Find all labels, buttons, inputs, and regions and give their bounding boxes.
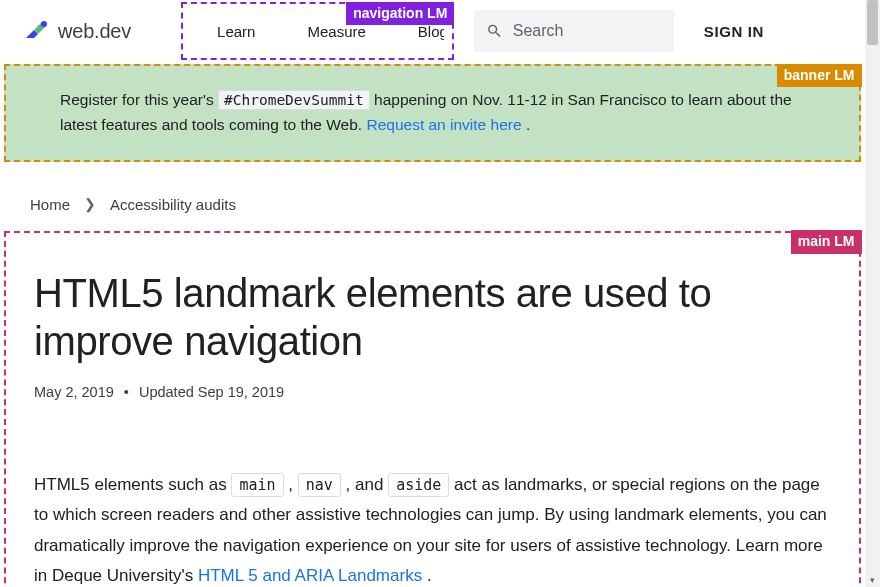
scrollbar-thumb[interactable]: [867, 0, 878, 45]
announcement-banner: banner LM Register for this year's #Chro…: [4, 64, 861, 162]
svg-point-0: [41, 21, 47, 27]
search-icon: [486, 21, 503, 41]
main-content: main LM HTML5 landmark elements are used…: [4, 231, 861, 587]
signin-button[interactable]: SIGN IN: [704, 23, 764, 40]
landmark-label-navigation: navigation LM: [346, 2, 454, 26]
site-header: web.dev navigation LM Learn Measure Blog…: [0, 0, 865, 62]
breadcrumb-home[interactable]: Home: [30, 196, 70, 213]
code-main: main: [231, 473, 283, 497]
breadcrumb-current: Accessibility audits: [110, 196, 236, 213]
nav-item-blog[interactable]: Blog: [392, 23, 444, 40]
banner-text-pre: Register for this year's: [60, 91, 218, 108]
deque-landmarks-link[interactable]: HTML 5 and ARIA Landmarks: [198, 566, 422, 585]
landmark-label-banner: banner LM: [777, 64, 862, 88]
nav-item-measure[interactable]: Measure: [281, 23, 391, 40]
logo-text: web.dev: [58, 20, 131, 43]
breadcrumb: Home ❯ Accessibility audits: [0, 162, 865, 225]
article-body: HTML5 elements such as main , nav , and …: [34, 470, 831, 587]
logo-icon: [24, 20, 52, 42]
site-logo[interactable]: web.dev: [24, 20, 131, 43]
nav-item-learn[interactable]: Learn: [191, 23, 281, 40]
scrollbar-track[interactable]: ▾: [865, 0, 880, 587]
search-box[interactable]: [474, 10, 674, 52]
banner-hashtag: #ChromeDevSummit: [218, 90, 370, 110]
landmark-label-main: main LM: [791, 230, 862, 254]
primary-nav: navigation LM Learn Measure Blog: [181, 2, 454, 60]
scrollbar-down-icon[interactable]: ▾: [865, 572, 880, 587]
page-meta: May 2, 2019 • Updated Sep 19, 2019: [34, 384, 831, 400]
code-aside: aside: [388, 473, 449, 497]
search-input[interactable]: [513, 22, 662, 40]
page-title: HTML5 landmark elements are used to impr…: [34, 269, 831, 367]
meta-separator: •: [124, 384, 129, 400]
code-nav: nav: [298, 473, 341, 497]
chevron-right-icon: ❯: [84, 196, 96, 212]
banner-text-post: .: [526, 116, 530, 133]
banner-invite-link[interactable]: Request an invite here: [366, 116, 521, 133]
publish-date: May 2, 2019: [34, 384, 114, 400]
updated-date: Updated Sep 19, 2019: [139, 384, 284, 400]
